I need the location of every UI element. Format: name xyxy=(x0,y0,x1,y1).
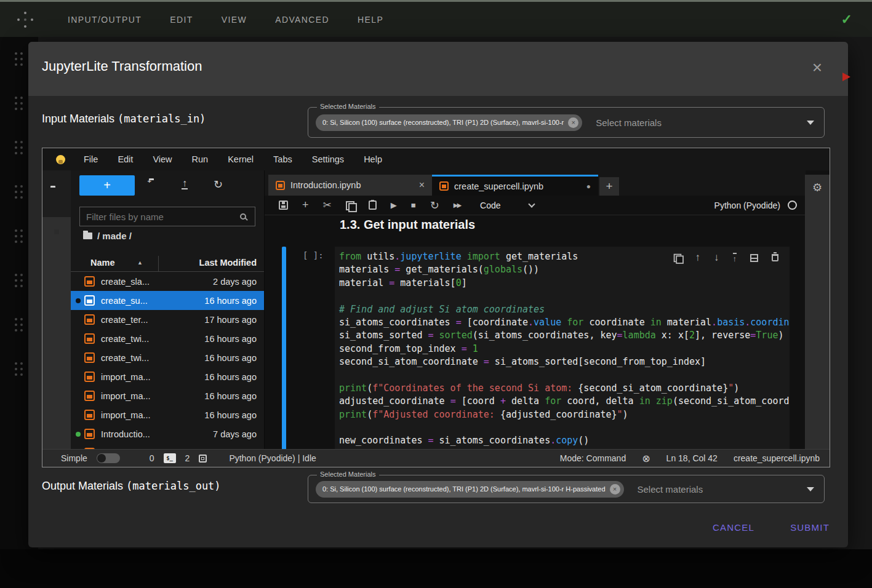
delete-cell-button[interactable] xyxy=(772,254,778,261)
code-cell[interactable]: from utils.jupyterlite import get_materi… xyxy=(335,247,790,449)
jupyter-status-bar: Simple 0 $_ 2 Python (Pyodide) | Idle Mo… xyxy=(42,449,830,467)
jp-menu-run[interactable]: Run xyxy=(192,154,209,164)
drag-grip-icon[interactable] xyxy=(15,318,23,332)
column-name[interactable]: Name xyxy=(90,258,115,268)
duplicate-icon xyxy=(673,254,681,262)
tab-close-icon[interactable]: × xyxy=(419,180,425,191)
new-tab-button[interactable]: + xyxy=(599,177,619,196)
move-cell-up-button[interactable]: ↑ xyxy=(695,252,701,264)
cell-type-dropdown[interactable]: Code xyxy=(480,201,534,210)
refresh-button[interactable]: ↻ xyxy=(214,178,223,191)
file-row[interactable]: import_ma...16 hours ago xyxy=(71,367,264,386)
active-cell-bar[interactable] xyxy=(282,247,286,449)
statusbar-filename[interactable]: create_supercell.ipynb xyxy=(734,453,820,463)
terminals-count[interactable]: 0 xyxy=(150,453,154,463)
menu-help[interactable]: HELP xyxy=(358,15,383,25)
unsaved-dot-icon[interactable]: ● xyxy=(586,182,591,191)
kernels-count[interactable]: 2 xyxy=(185,453,190,463)
drag-grip-icon[interactable] xyxy=(15,52,23,66)
cell-prompt: [ ]: xyxy=(303,250,324,260)
drag-grip-icon[interactable] xyxy=(15,141,23,155)
jp-menu-kernel[interactable]: Kernel xyxy=(228,154,254,164)
menu-input-output[interactable]: INPUT/OUTPUT xyxy=(68,15,142,25)
chevron-down-icon[interactable] xyxy=(807,121,814,125)
kernel-status[interactable]: Python (Pyodide) | Idle xyxy=(229,453,316,463)
input-materials-select[interactable]: Selected Materials 0: Si, Silicon (100) … xyxy=(308,107,825,138)
code-editor[interactable]: from utils.jupyterlite import get_materi… xyxy=(335,247,790,448)
cursor-position[interactable]: Ln 18, Col 42 xyxy=(666,453,718,463)
duplicate-cell-button[interactable] xyxy=(673,253,682,262)
notebook-file-icon xyxy=(84,371,95,382)
input-material-chip[interactable]: 0: Si, Silicon (100) surface (reconstruc… xyxy=(316,114,582,131)
notebook-file-icon xyxy=(439,181,449,191)
upload-button[interactable]: ↑ xyxy=(182,178,188,189)
run-button[interactable]: ▶ xyxy=(391,201,397,210)
new-launcher-button[interactable]: + xyxy=(79,175,135,196)
insert-cell-button[interactable]: + xyxy=(302,199,309,212)
drag-grip-icon[interactable] xyxy=(15,229,23,244)
insert-cell-below-button[interactable] xyxy=(750,254,758,262)
notebook-content[interactable]: 1.3. Get input materials [ ]: from utils… xyxy=(265,215,806,449)
drag-grip-icon[interactable] xyxy=(15,274,23,288)
file-row[interactable]: create_sla...2 days ago xyxy=(71,272,264,291)
cut-button[interactable]: ✂ xyxy=(323,199,332,212)
chip-delete-icon[interactable]: × xyxy=(568,117,578,128)
restart-kernel-button[interactable]: ↻ xyxy=(430,199,439,212)
menu-view[interactable]: VIEW xyxy=(222,15,247,25)
sort-asc-icon[interactable]: ▲ xyxy=(137,260,143,266)
kernel-indicator[interactable]: Python (Pyodide) xyxy=(714,201,797,210)
drag-grip-icon[interactable] xyxy=(15,362,23,376)
mode-indicator[interactable]: Mode: Command xyxy=(560,453,626,463)
screen: INPUT/OUTPUT EDIT VIEW ADVANCED HELP ✓ J… xyxy=(0,0,872,588)
move-cell-down-button[interactable]: ↓ xyxy=(714,252,719,264)
jp-menu-file[interactable]: File xyxy=(84,154,98,164)
menu-edit[interactable]: EDIT xyxy=(170,15,193,25)
drag-grip-icon[interactable] xyxy=(15,185,23,199)
file-row[interactable]: create_twi...16 hours ago xyxy=(71,348,264,367)
file-row-running[interactable]: Introductio...7 days ago xyxy=(71,424,264,443)
file-list: create_sla...2 days ago create_su...16 h… xyxy=(71,272,264,449)
file-row[interactable]: create_twi...16 hours ago xyxy=(71,329,264,348)
filter-files-input[interactable] xyxy=(80,212,240,222)
notebook-toolbar: + ✂ ▶ ■ ↻ ▶▶ Code Python (Pyodid xyxy=(265,196,806,215)
simple-mode-label: Simple xyxy=(61,453,87,463)
paste-button[interactable] xyxy=(369,201,377,210)
simple-mode-toggle[interactable] xyxy=(97,453,120,463)
insert-cell-above-button[interactable]: ↑ xyxy=(733,253,737,263)
jp-menu-help[interactable]: Help xyxy=(364,154,382,164)
close-icon[interactable]: × xyxy=(812,59,822,76)
jp-menu-settings[interactable]: Settings xyxy=(312,154,344,164)
output-material-chip[interactable]: 0: Si, Silicon (100) surface (reconstruc… xyxy=(316,481,624,498)
file-row[interactable]: import_ma...16 hours ago xyxy=(71,386,264,405)
file-row[interactable]: mat3ra-inv...6 days ago xyxy=(71,443,264,449)
error-marker-icon xyxy=(842,73,850,81)
tab-introduction[interactable]: Introduction.ipynb × xyxy=(268,175,432,196)
jp-menu-view[interactable]: View xyxy=(153,154,172,164)
save-button[interactable] xyxy=(279,201,288,210)
breadcrumb[interactable]: / made / xyxy=(83,231,132,241)
menu-advanced[interactable]: ADVANCED xyxy=(275,15,329,25)
file-row[interactable]: import_ma...16 hours ago xyxy=(71,405,264,424)
terminal-icon[interactable]: $_ xyxy=(164,453,176,463)
column-last-modified[interactable]: Last Modified xyxy=(199,258,257,268)
submit-button[interactable]: SUBMIT xyxy=(790,517,830,538)
chip-delete-icon[interactable]: × xyxy=(610,484,620,495)
chevron-down-icon xyxy=(528,201,535,207)
jp-menu-edit[interactable]: Edit xyxy=(118,154,133,164)
output-materials-select[interactable]: Selected Materials 0: Si, Silicon (100) … xyxy=(308,475,825,503)
file-row-selected[interactable]: create_su...16 hours ago xyxy=(71,291,264,310)
app-top-bar: INPUT/OUTPUT EDIT VIEW ADVANCED HELP ✓ xyxy=(0,0,872,37)
app-logo-icon[interactable] xyxy=(17,12,33,28)
tab-create-supercell[interactable]: create_supercell.ipynb ● xyxy=(432,175,598,196)
chevron-down-icon[interactable] xyxy=(807,487,814,491)
copy-button[interactable] xyxy=(346,201,354,210)
restart-run-all-button[interactable]: ▶▶ xyxy=(454,202,460,209)
cancel-button[interactable]: CANCEL xyxy=(713,517,754,538)
stop-button[interactable]: ■ xyxy=(411,201,416,210)
drag-grip-icon[interactable] xyxy=(15,97,23,111)
gear-icon[interactable]: ⚙ xyxy=(811,181,823,194)
kernel-chip-icon[interactable] xyxy=(199,455,207,463)
shield-x-icon[interactable]: ⊗ xyxy=(642,453,650,464)
file-row[interactable]: create_ter...17 hours ago xyxy=(71,310,264,329)
jp-menu-tabs[interactable]: Tabs xyxy=(273,154,292,164)
